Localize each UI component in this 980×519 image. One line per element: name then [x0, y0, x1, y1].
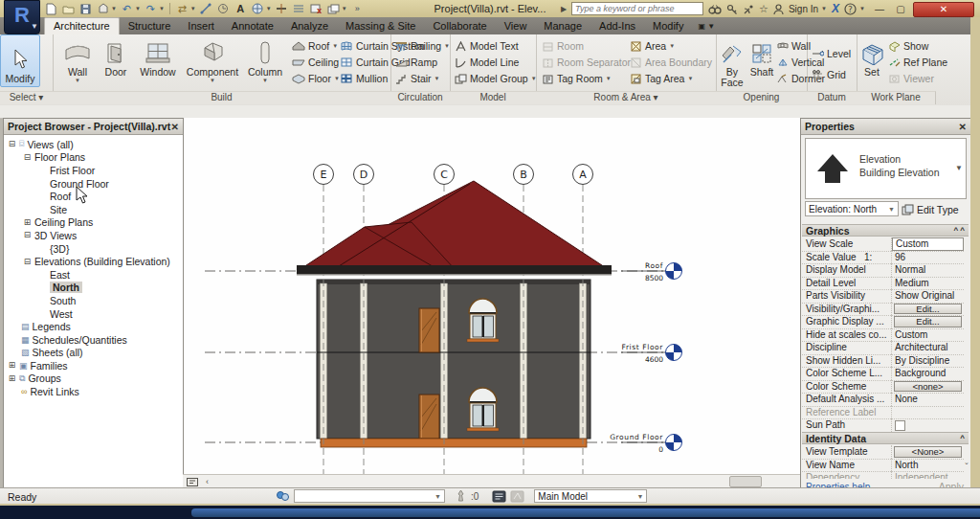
help-icon[interactable]: ? — [844, 2, 857, 15]
modify-button[interactable]: Modify — [0, 34, 40, 87]
qat-customize-icon[interactable]: » — [350, 2, 365, 15]
property-row-color-scheme[interactable]: Color Scheme<none> — [802, 380, 964, 395]
lower-door[interactable] — [419, 395, 439, 439]
maximize-button[interactable]: ▢ — [892, 4, 909, 16]
wall-button[interactable]: Wall▼ — [60, 36, 95, 83]
exchange-apps-icon[interactable]: X — [832, 2, 839, 15]
canvas-horizontal-scrollbar[interactable]: ‹ — [183, 474, 800, 488]
property-row-hide-at-scales[interactable]: Hide at scales co...Custom — [802, 328, 964, 343]
identity-data-section-header[interactable]: Identity Data^ — [802, 432, 969, 444]
sign-in-button[interactable]: Sign In — [789, 4, 818, 14]
measure-dropdown-chevron-icon[interactable]: ▼ — [190, 6, 196, 11]
property-row-graphic-display[interactable]: Graphic Display ...Edit... — [802, 315, 964, 329]
tree-item-east[interactable]: East — [8, 268, 183, 282]
tab-analyze[interactable]: Analyze — [282, 18, 337, 34]
panel-label-room-area[interactable]: Room & Area ▾ — [536, 91, 716, 104]
drawing-area[interactable]: Roof 8500 Frist Floor 4600 Ground Floor … — [183, 118, 801, 474]
collapse-icon[interactable]: ⊟ — [23, 153, 32, 162]
upper-door[interactable] — [419, 308, 439, 352]
lower-window[interactable] — [467, 388, 499, 431]
property-row-parts-visibility[interactable]: Parts VisibilityShow Original — [802, 289, 964, 304]
area-button[interactable]: Area▼ — [630, 38, 712, 54]
property-row-default-analysis[interactable]: Default Analysis ...None — [802, 393, 964, 407]
panel-label-select[interactable]: Select ▾ — [0, 91, 53, 104]
tree-item-legends[interactable]: ▤Legends — [8, 320, 183, 333]
component-button[interactable]: Component▼ — [185, 36, 240, 83]
measure-icon[interactable]: ⇄ — [175, 2, 189, 15]
filter-icon[interactable] — [492, 490, 506, 503]
property-row-visibility-graphics[interactable]: Visibility/Graphi...Edit... — [802, 303, 964, 317]
roof-button[interactable]: Roof▼ — [292, 38, 340, 54]
tree-item-north[interactable]: North — [8, 282, 183, 295]
floor-button[interactable]: Floor▼ — [292, 71, 340, 86]
expand-icon[interactable]: ⊞ — [23, 218, 32, 227]
tree-item-south[interactable]: South — [8, 294, 183, 307]
section-icon[interactable] — [275, 2, 289, 15]
text-icon[interactable]: A — [234, 2, 248, 15]
level-heads[interactable] — [666, 263, 682, 451]
tab-add-ins[interactable]: Add-Ins — [590, 18, 644, 34]
model-group-button[interactable]: Model Group▼ — [455, 71, 537, 86]
open-file-icon[interactable] — [61, 2, 76, 15]
set-button[interactable]: Set — [858, 36, 885, 78]
graphics-section-header[interactable]: Graphics^ ^ — [802, 224, 969, 237]
ribbon-display-toggle-icon[interactable]: ▣ ▼ — [692, 22, 721, 34]
type-selector[interactable]: Elevation Building Elevation ▼ — [805, 138, 967, 199]
tree-item-ground-floor[interactable]: Ground Floor — [8, 177, 183, 191]
tab-collaborate[interactable]: Collaborate — [424, 18, 495, 34]
ramp-button[interactable]: Ramp — [395, 55, 450, 70]
tree-item-revit-links[interactable]: ∞Revit Links — [8, 385, 183, 398]
tab-view[interactable]: View — [496, 18, 536, 34]
property-row-color-scheme-location[interactable]: Color Scheme L...Background — [802, 367, 964, 381]
tag-area-button[interactable]: Tag Area▼ — [630, 71, 712, 86]
grid-bubbles[interactable]: E D C B A — [314, 165, 593, 185]
favorites-star-icon[interactable]: ☆ — [759, 3, 768, 15]
ceiling-button[interactable]: Ceiling — [292, 55, 340, 70]
signin-dropdown-chevron-icon[interactable]: ▼ — [821, 6, 827, 11]
door-button[interactable]: Door — [100, 36, 131, 78]
tab-modify[interactable]: Modify — [644, 18, 692, 34]
visibility-edit-button[interactable]: Edit... — [894, 304, 962, 315]
expand-icon[interactable]: ⊞ — [8, 374, 16, 383]
type-selector-chevron-icon[interactable]: ▼ — [955, 164, 963, 172]
tree-item-groups[interactable]: ⊞⧉Groups — [8, 372, 183, 386]
tree-item-floor-plans[interactable]: ⊟Floor Plans — [8, 151, 183, 165]
view-tab-icon[interactable] — [183, 477, 202, 486]
wall-face[interactable] — [317, 280, 590, 439]
tree-item-3d[interactable]: {3D} — [8, 242, 183, 256]
minimize-button[interactable]: — — [871, 4, 888, 16]
base-strip[interactable] — [321, 439, 587, 447]
thin-lines-icon[interactable] — [292, 2, 306, 15]
collapse-icon[interactable]: ⊟ — [23, 231, 32, 239]
color-scheme-button[interactable]: <none> — [894, 381, 962, 393]
by-face-button[interactable]: By Face — [718, 36, 746, 88]
view3d-dropdown-chevron-icon[interactable]: ▼ — [266, 6, 272, 11]
property-row-show-hidden-lines[interactable]: Show Hidden Li...By Discipline — [802, 354, 964, 369]
view-template-button[interactable]: <None> — [894, 446, 962, 458]
grid-button[interactable]: Grid — [812, 67, 851, 82]
editable-only-icon[interactable] — [455, 489, 467, 503]
revit-app-button[interactable]: R▼ — [4, 0, 40, 34]
subscription-key-icon[interactable] — [726, 2, 738, 14]
home-3d-icon[interactable] — [96, 2, 110, 15]
scroll-down-icon[interactable]: ⌄ — [964, 459, 969, 466]
property-row-discipline[interactable]: DisciplineArchitectural — [802, 341, 964, 355]
level-button[interactable]: Level — [812, 46, 851, 61]
column-button[interactable]: Column▼ — [246, 36, 284, 83]
villa-elevation[interactable] — [317, 280, 590, 447]
properties-scrollbar[interactable]: ⌄ — [964, 211, 969, 466]
switch-windows-dropdown-chevron-icon[interactable]: ▼ — [342, 6, 347, 11]
tree-item-roof[interactable]: Roof — [8, 190, 183, 203]
undo-dropdown-chevron-icon[interactable]: ▼ — [135, 6, 141, 11]
roof[interactable] — [297, 181, 612, 276]
undo-icon[interactable]: ↶ — [120, 2, 134, 15]
tab-manage[interactable]: Manage — [535, 18, 590, 34]
property-row-view-scale[interactable]: View ScaleCustom — [802, 237, 964, 252]
tree-item-ceiling-plans[interactable]: ⊞Ceiling Plans — [8, 216, 183, 230]
tree-item-frist-floor[interactable]: Frist Floor — [8, 164, 183, 177]
communication-center-icon[interactable] — [743, 2, 754, 14]
tab-insert[interactable]: Insert — [179, 18, 223, 34]
close-inactive-views-icon[interactable]: x — [309, 2, 323, 15]
properties-header[interactable]: Properties ✕ — [801, 119, 970, 135]
aligned-dimension-icon[interactable] — [199, 2, 213, 15]
